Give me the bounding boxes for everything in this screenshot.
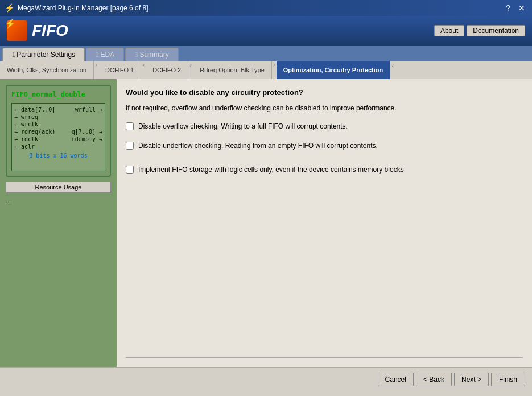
checkbox-logic[interactable]: [126, 166, 134, 174]
fifo-box: ← data[7..0] wrfull → ← wrreq ← wrclk ← …: [11, 103, 105, 171]
fifo-diagram: FIFO_normal_double ← data[7..0] wrfull →…: [6, 85, 111, 177]
next-button[interactable]: Next >: [454, 373, 489, 386]
signal-aclr: ← aclr: [14, 143, 102, 150]
header-area: ⚡ FIFO About Documentation: [0, 16, 532, 46]
left-panel: FIFO_normal_double ← data[7..0] wrfull →…: [0, 79, 117, 367]
help-button[interactable]: ?: [502, 2, 514, 14]
documentation-button[interactable]: Documentation: [467, 25, 525, 36]
bc-rdreq-label: Rdreq Option, Blk Type: [200, 67, 265, 73]
logo-spark: ⚡: [5, 18, 16, 29]
description-text: If not required, overflow and underflow …: [126, 104, 523, 113]
bc-dcfifo2-label: DCFIFO 2: [152, 67, 181, 73]
signal-data-name: ← data[7..0]: [14, 106, 55, 113]
tab-parameter[interactable]: 1 Parameter Settings: [2, 48, 85, 61]
bc-width-label: Width, Clks, Synchronization: [7, 67, 86, 73]
bc-rdreq[interactable]: Rdreq Option, Blk Type: [193, 61, 272, 79]
bc-width[interactable]: Width, Clks, Synchronization: [0, 61, 94, 79]
signal-rdreq: ← rdreq(ack) q[7..0] →: [14, 128, 102, 135]
divider-line: [126, 357, 523, 358]
breadcrumb-nav: Width, Clks, Synchronization › DCFIFO 1 …: [0, 61, 532, 79]
checkbox-logic-label: Implement FIFO storage with logic cells …: [138, 166, 404, 174]
bc-chevron-2: ›: [141, 61, 146, 79]
header-logo: ⚡ FIFO: [7, 20, 68, 41]
signal-rdclk: ← rdclk rdempty →: [14, 135, 102, 143]
tabs-area: 1 Parameter Settings 2 EDA 3 Summary: [0, 46, 532, 61]
close-button[interactable]: ✕: [516, 2, 527, 14]
checkbox-overflow-row: Disable overflow checking. Writing to a …: [126, 120, 523, 133]
title-bar-controls: ? ✕: [502, 2, 527, 14]
bc-chevron-3: ›: [188, 61, 193, 79]
checkbox-logic-row: Implement FIFO storage with logic cells …: [126, 163, 523, 176]
signal-wrfull: wrfull →: [75, 106, 102, 113]
signal-rdreq-name: ← rdreq(ack): [14, 129, 55, 135]
bc-optimization[interactable]: Optimization, Circuitry Protection: [277, 61, 390, 79]
right-panel: Would you like to disable any circuitry …: [117, 79, 532, 367]
resource-usage-button[interactable]: Resource Usage: [6, 182, 111, 193]
main-area: FIFO_normal_double ← data[7..0] wrfull →…: [0, 79, 532, 367]
title-bar-left: ⚡ MegaWizard Plug-In Manager [page 6 of …: [5, 3, 148, 13]
checkbox-overflow-label: Disable overflow checking. Writing to a …: [138, 122, 348, 130]
checkbox-underflow-label: Disable underflow checking. Reading from…: [138, 142, 378, 150]
bc-chevron-1: ›: [94, 61, 98, 79]
checkbox-overflow[interactable]: [126, 122, 134, 130]
header-buttons: About Documentation: [434, 25, 525, 36]
signal-wrreq: ← wrreq: [14, 113, 102, 121]
signal-q: q[7..0] →: [72, 129, 102, 135]
bottom-bar: Cancel < Back Next > Finish: [0, 367, 532, 391]
tab-summary[interactable]: 3 Summary: [125, 48, 179, 61]
signal-wrreq-name: ← wrreq: [14, 114, 38, 120]
signal-data: ← data[7..0] wrfull →: [14, 106, 102, 113]
bc-dcfifo1[interactable]: DCFIFO 1: [98, 61, 141, 79]
signal-wrclk-name: ← wrclk: [14, 121, 38, 127]
bc-optimization-label: Optimization, Circuitry Protection: [283, 67, 383, 73]
signal-rdclk-name: ← rdclk: [14, 136, 38, 142]
fifo-info: 8 bits x 16 words: [14, 152, 102, 159]
bc-dcfifo2[interactable]: DCFIFO 2: [146, 61, 188, 79]
window-title: MegaWizard Plug-In Manager [page 6 of 8]: [18, 4, 148, 12]
app-icon: ⚡: [5, 3, 14, 13]
bc-chevron-4: ›: [272, 61, 277, 79]
back-button[interactable]: < Back: [416, 373, 452, 386]
header-title: FIFO: [32, 22, 68, 40]
bc-chevron-5: ›: [390, 61, 395, 79]
about-button[interactable]: About: [434, 25, 464, 36]
logo-icon: ⚡: [7, 20, 27, 41]
tab-summary-label: Summary: [139, 51, 168, 59]
question-text: Would you like to disable any circuitry …: [126, 88, 523, 97]
tab-parameter-label: Parameter Settings: [17, 51, 75, 59]
finish-button[interactable]: Finish: [491, 373, 525, 386]
cancel-button[interactable]: Cancel: [378, 373, 414, 386]
tab-eda[interactable]: 2 EDA: [86, 48, 124, 61]
title-bar: ⚡ MegaWizard Plug-In Manager [page 6 of …: [0, 0, 532, 16]
bc-dcfifo1-label: DCFIFO 1: [105, 67, 134, 73]
signal-aclr-name: ← aclr: [14, 143, 35, 150]
fifo-name: FIFO_normal_double: [11, 90, 105, 98]
dots-label: ...: [6, 197, 111, 204]
checkbox-underflow-row: Disable underflow checking. Reading from…: [126, 139, 523, 152]
signal-wrclk: ← wrclk: [14, 121, 102, 128]
signal-rdempty: rdempty →: [72, 136, 102, 142]
checkbox-underflow[interactable]: [126, 142, 134, 150]
tab-eda-label: EDA: [100, 51, 114, 59]
